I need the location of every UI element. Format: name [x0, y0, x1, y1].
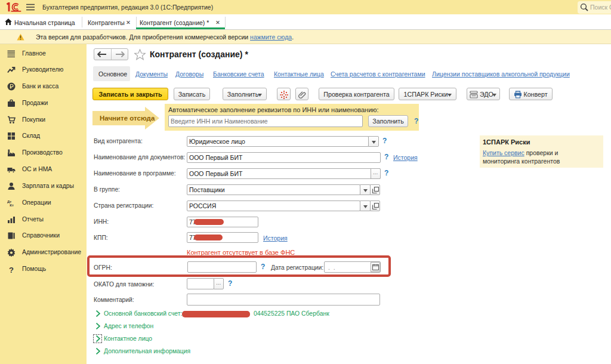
svg-text:Дт: Дт — [7, 200, 11, 203]
svg-text:?: ? — [9, 266, 14, 274]
svg-text:Кт: Кт — [10, 203, 14, 207]
